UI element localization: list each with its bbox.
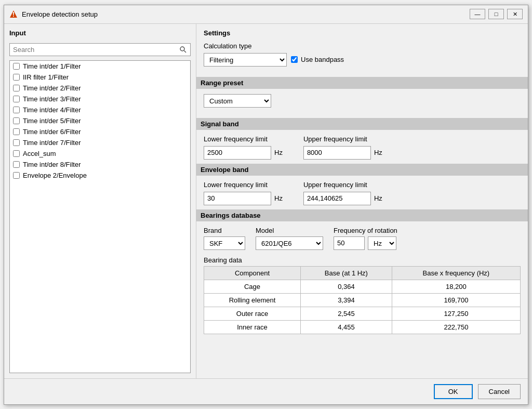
maximize-button[interactable]: □ [488, 9, 504, 19]
list-item: Time int/der 1/Filter [10, 61, 190, 72]
list-item-label: Time int/der 5/Filter [23, 117, 81, 125]
bearing-table: Component Base (at 1 Hz) Base x frequenc… [204, 266, 521, 334]
lower-freq-input[interactable] [204, 146, 271, 160]
bottom-bar: OK Cancel [4, 378, 528, 404]
list-item-checkbox[interactable] [13, 150, 20, 157]
list-item-checkbox[interactable] [13, 139, 20, 146]
list-item: Envelope 2/Envelope [10, 170, 190, 181]
env-upper-hz-label: Hz [374, 194, 382, 202]
lower-freq-label: Lower frequency limit [204, 135, 283, 143]
search-input[interactable] [10, 44, 176, 56]
list-item: Time int/der 2/Filter [10, 83, 190, 94]
range-preset-group: CustomISO 1ISO 2 [204, 94, 521, 108]
calculation-type-select[interactable]: FilteringDirect [204, 53, 287, 67]
svg-point-2 [180, 47, 184, 51]
search-box [9, 43, 191, 56]
list-item-checkbox[interactable] [13, 85, 20, 91]
freq-rotation-input[interactable] [334, 236, 365, 250]
list-item: Time int/der 6/Filter [10, 126, 190, 137]
table-cell-base_x_freq: 18,200 [392, 280, 520, 293]
list-item-checkbox[interactable] [13, 128, 20, 135]
model-field: Model 6201/QE66202/QE66203/QE6 [256, 227, 323, 250]
list-item: Time int/der 5/Filter [10, 115, 190, 126]
list-item-checkbox[interactable] [13, 107, 20, 113]
env-upper-freq-field: Upper frequency limit Hz [303, 181, 382, 205]
table-cell-component: Rolling element [204, 293, 301, 307]
bearings-db-header: Bearings database [196, 209, 528, 221]
env-lower-freq-input[interactable] [204, 192, 271, 205]
main-window: ! Envelope detection setup — □ ✕ Input [4, 5, 528, 405]
col-base-x-freq: Base x frequency (Hz) [392, 266, 520, 280]
table-header-row: Component Base (at 1 Hz) Base x frequenc… [204, 266, 521, 280]
cancel-button[interactable]: Cancel [478, 384, 521, 399]
list-item: Time int/der 8/Filter [10, 159, 190, 170]
calculation-type-row: FilteringDirect Use bandpass [204, 53, 521, 67]
env-lower-hz-label: Hz [274, 194, 283, 202]
list-item: Time int/der 3/Filter [10, 94, 190, 104]
brand-field: Brand SKFFAGNSK [204, 227, 245, 250]
table-cell-component: Outer race [204, 307, 301, 320]
app-icon: ! [9, 10, 18, 18]
list-item-label: Time int/der 7/Filter [23, 139, 81, 147]
close-button[interactable]: ✕ [507, 9, 523, 19]
list-item-label: Time int/der 6/Filter [23, 128, 81, 136]
list-item-label: Accel_sum [23, 150, 56, 157]
calculation-type-group: Calculation type FilteringDirect Use ban… [204, 42, 521, 67]
title-bar-controls: — □ ✕ [470, 9, 523, 19]
list-item: Accel_sum [10, 148, 190, 159]
brand-select[interactable]: SKFFAGNSK [204, 236, 245, 250]
use-bandpass-checkbox[interactable] [291, 56, 298, 63]
ok-button[interactable]: OK [434, 384, 473, 399]
list-item-checkbox[interactable] [13, 161, 20, 168]
minimize-button[interactable]: — [470, 9, 485, 19]
lower-hz-label: Hz [274, 149, 283, 156]
envelope-band-header: Envelope band [196, 164, 528, 176]
env-lower-freq-field: Lower frequency limit Hz [204, 181, 283, 205]
list-item-checkbox[interactable] [13, 117, 20, 124]
col-base: Base (at 1 Hz) [301, 266, 392, 280]
freq-rotation-label: Frequency of rotation [334, 227, 397, 234]
list-item-label: Time int/der 3/Filter [23, 95, 81, 103]
settings-header: Settings [204, 29, 521, 37]
input-list: Time int/der 1/FilterIIR filter 1/Filter… [9, 60, 191, 373]
left-panel: Input Time int/der 1/FilterIIR filter 1/… [4, 24, 196, 378]
range-preset-select[interactable]: CustomISO 1ISO 2 [204, 94, 271, 108]
list-item-label: Time int/der 1/Filter [23, 62, 81, 70]
table-cell-base: 0,364 [301, 280, 392, 293]
freq-rotation-row: HzRPM [334, 236, 397, 250]
env-lower-freq-row: Hz [204, 192, 283, 205]
upper-freq-input[interactable] [303, 146, 371, 160]
list-item-checkbox[interactable] [13, 96, 20, 102]
table-cell-component: Inner race [204, 320, 301, 334]
search-icon [179, 46, 187, 53]
env-upper-freq-label: Upper frequency limit [303, 181, 382, 189]
list-item-checkbox[interactable] [13, 63, 20, 70]
model-select[interactable]: 6201/QE66202/QE66203/QE6 [256, 236, 323, 250]
table-row: Outer race2,545127,250 [204, 307, 521, 320]
upper-freq-label: Upper frequency limit [303, 135, 382, 143]
table-cell-base: 3,394 [301, 293, 392, 307]
title-bar-left: ! Envelope detection setup [9, 10, 98, 18]
freq-unit-select[interactable]: HzRPM [368, 236, 396, 250]
svg-text:!: ! [12, 10, 15, 18]
main-content: Input Time int/der 1/FilterIIR filter 1/… [4, 24, 528, 378]
upper-hz-label: Hz [374, 149, 382, 156]
table-cell-base_x_freq: 127,250 [392, 307, 520, 320]
table-cell-base: 2,545 [301, 307, 392, 320]
env-upper-freq-row: Hz [303, 192, 382, 205]
lower-freq-field: Lower frequency limit Hz [204, 135, 283, 160]
bearings-row: Brand SKFFAGNSK Model 6201/QE66202/QE662… [204, 227, 521, 250]
right-panel: Settings Calculation type FilteringDirec… [196, 24, 528, 378]
search-button[interactable] [176, 44, 190, 56]
list-item-label: Time int/der 8/Filter [23, 161, 81, 168]
use-bandpass-row: Use bandpass [291, 56, 344, 63]
table-cell-base: 4,455 [301, 320, 392, 334]
list-item-checkbox[interactable] [13, 172, 20, 179]
env-upper-freq-input[interactable] [303, 192, 371, 205]
col-component: Component [204, 266, 301, 280]
upper-freq-row: Hz [303, 146, 382, 160]
brand-label: Brand [204, 227, 245, 234]
list-item: Time int/der 7/Filter [10, 137, 190, 148]
list-item: IIR filter 1/Filter [10, 72, 190, 83]
list-item-checkbox[interactable] [13, 74, 20, 81]
